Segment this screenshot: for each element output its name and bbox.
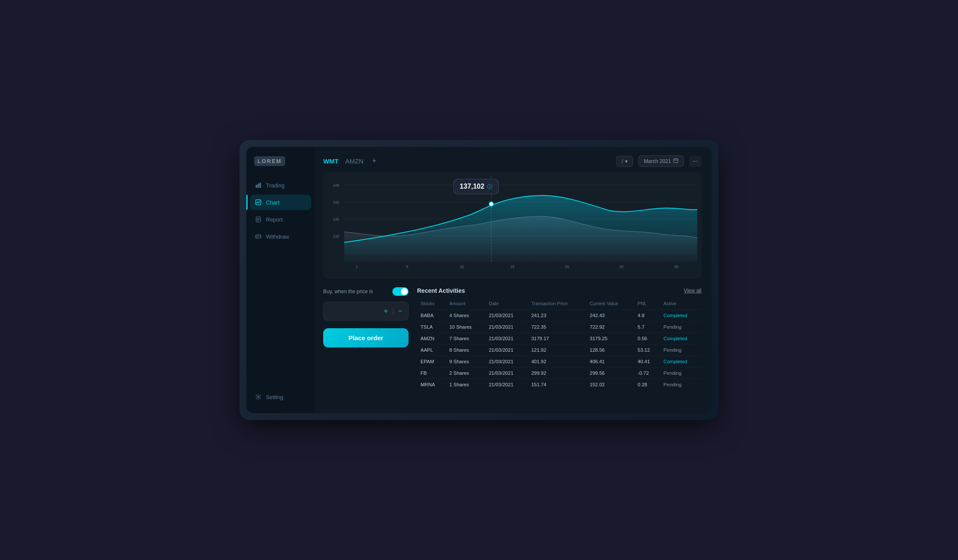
svg-rect-8: [256, 235, 261, 238]
chart-label: Chart: [266, 199, 280, 206]
cell-stock: EPAM: [417, 356, 446, 368]
filter-button[interactable]: / ▾: [616, 156, 633, 167]
activities-table: Stocks Amount Date Transaction Price Cur…: [417, 299, 701, 390]
place-order-button[interactable]: Place order: [323, 328, 409, 347]
cell-tx-price: 401.92: [528, 356, 586, 368]
view-all-link[interactable]: View all: [684, 288, 701, 294]
trading-label: Trading: [266, 182, 285, 189]
table-row: FB 2 Shares 21/03/2021 299.92 299.56 -0.…: [417, 368, 701, 379]
cell-pnl: -0.72: [634, 368, 660, 379]
svg-text:20: 20: [565, 265, 569, 269]
cell-amount: 1 Shares: [446, 379, 485, 391]
tab-amzn[interactable]: AMZN: [345, 158, 364, 165]
svg-rect-0: [256, 185, 257, 188]
logo-text: LOREM: [254, 156, 285, 166]
cell-current-value: 299.56: [586, 368, 634, 379]
toggle-label: Buy, when the price is: [323, 289, 373, 295]
sidebar-item-report[interactable]: Report: [250, 212, 311, 227]
cell-amount: 9 Shares: [446, 356, 485, 368]
cell-date: 21/03/2021: [485, 379, 528, 391]
cell-tx-price: 299.92: [528, 368, 586, 379]
table-container: Stocks Amount Date Transaction Price Cur…: [417, 299, 701, 405]
main-content: WMT AMZN + / ▾ March 2021: [315, 147, 712, 413]
activities-header: Recent Activities View all: [417, 287, 701, 294]
table-row: AMZN 7 Shares 21/03/2021 3179.17 3179.25…: [417, 333, 701, 344]
tab-wmt[interactable]: WMT: [323, 158, 339, 165]
cell-current-value: 152.02: [586, 379, 634, 391]
more-options-button[interactable]: ···: [689, 156, 701, 167]
toggle-row: Buy, when the price is: [323, 287, 409, 296]
table-row: BABA 4 Shares 21/03/2021 241.23 242.43 4…: [417, 310, 701, 321]
cell-status: Completed: [660, 310, 701, 321]
cell-date: 21/03/2021: [485, 321, 528, 333]
cell-current-value: 128.56: [586, 344, 634, 356]
chart-svg: 145 140 135 130 1 5 10 15 20 25 30: [323, 172, 701, 279]
amount-minus-button[interactable]: −: [398, 307, 402, 315]
chart-icon: [255, 199, 262, 206]
table-row: MRNA 1 Shares 21/03/2021 151.74 152.02 0…: [417, 379, 701, 391]
svg-rect-10: [257, 237, 257, 238]
order-panel: Buy, when the price is + | − Place order: [323, 287, 409, 405]
sidebar-item-trading[interactable]: Trading: [250, 178, 311, 193]
sidebar-item-chart[interactable]: Chart: [250, 195, 311, 210]
svg-point-11: [257, 396, 259, 398]
chevron-down-icon: ▾: [625, 158, 628, 164]
sidebar: LOREM Trading: [246, 147, 315, 413]
buy-toggle[interactable]: [392, 287, 409, 296]
cell-date: 21/03/2021: [485, 310, 528, 321]
cell-tx-price: 3179.17: [528, 333, 586, 344]
table-row: TSLA 10 Shares 21/03/2021 722.35 722.92 …: [417, 321, 701, 333]
cell-current-value: 3179.25: [586, 333, 634, 344]
cell-tx-price: 151.74: [528, 379, 586, 391]
tabs: WMT AMZN +: [323, 157, 377, 166]
svg-point-33: [489, 202, 494, 206]
cell-current-value: 722.92: [586, 321, 634, 333]
cell-amount: 4 Shares: [446, 310, 485, 321]
cell-pnl: 53.12: [634, 344, 660, 356]
cell-stock: MRNA: [417, 379, 446, 391]
cell-date: 21/03/2021: [485, 344, 528, 356]
cell-status: Pending: [660, 321, 701, 333]
activities-tbody: BABA 4 Shares 21/03/2021 241.23 242.43 4…: [417, 310, 701, 391]
cell-pnl: 0.28: [634, 379, 660, 391]
cell-pnl: 40.41: [634, 356, 660, 368]
col-amount: Amount: [446, 299, 485, 310]
activities-panel: Recent Activities View all Stocks Amount…: [417, 287, 701, 405]
sidebar-item-withdraw[interactable]: Withdraw: [250, 229, 311, 244]
col-active: Active: [660, 299, 701, 310]
activities-title: Recent Activities: [417, 287, 465, 294]
svg-text:1: 1: [356, 265, 358, 269]
cell-stock: BABA: [417, 310, 446, 321]
cell-status: Pending: [660, 344, 701, 356]
cell-pnl: 4.8: [634, 310, 660, 321]
table-row: EPAM 9 Shares 21/03/2021 401.92 406.41 4…: [417, 356, 701, 368]
cell-stock: AMZN: [417, 333, 446, 344]
cell-date: 21/03/2021: [485, 356, 528, 368]
svg-rect-1: [258, 184, 259, 188]
setting-item[interactable]: Setting: [250, 389, 311, 405]
svg-text:145: 145: [333, 183, 339, 187]
cell-amount: 10 Shares: [446, 321, 485, 333]
cell-tx-price: 121.92: [528, 344, 586, 356]
header-right: / ▾ March 2021: [616, 155, 701, 167]
cell-date: 21/03/2021: [485, 333, 528, 344]
col-pnl: PNL: [634, 299, 660, 310]
header: WMT AMZN + / ▾ March 2021: [323, 155, 701, 167]
withdraw-label: Withdraw: [266, 233, 289, 240]
cell-pnl: 0.56: [634, 333, 660, 344]
cell-amount: 2 Shares: [446, 368, 485, 379]
cell-status: Completed: [660, 333, 701, 344]
amount-add-button[interactable]: +: [384, 307, 388, 315]
svg-text:30: 30: [674, 265, 678, 269]
cell-stock: TSLA: [417, 321, 446, 333]
info-icon: ⓘ: [487, 183, 492, 190]
cell-status: Pending: [660, 368, 701, 379]
col-tx-price: Transaction Price: [528, 299, 586, 310]
date-picker-button[interactable]: March 2021: [638, 155, 683, 167]
setting-label: Setting: [266, 394, 283, 400]
svg-text:25: 25: [619, 265, 624, 269]
svg-text:5: 5: [406, 265, 408, 269]
svg-rect-2: [260, 183, 261, 188]
add-tab-button[interactable]: +: [372, 157, 377, 166]
cell-amount: 8 Shares: [446, 344, 485, 356]
